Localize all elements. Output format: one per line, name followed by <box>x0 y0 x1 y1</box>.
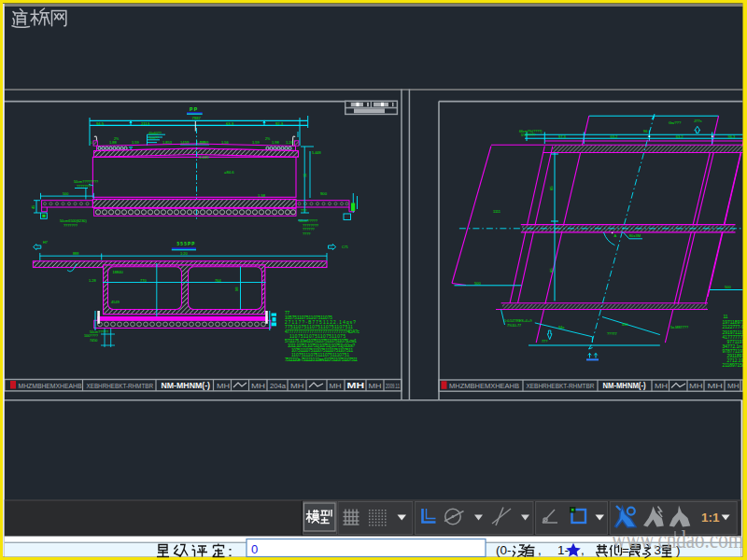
svg-text:MH: MH <box>369 382 382 390</box>
svg-text:A: A <box>614 233 617 238</box>
svg-text:XEBHRHEBKT-RHMTBR: XEBHRHEBKT-RHMTBR <box>87 382 154 390</box>
svg-text:H7: H7 <box>43 241 48 245</box>
svg-text:18840: 18840 <box>113 270 124 274</box>
svg-text:204a: 204a <box>270 382 287 390</box>
svg-text:P P: P P <box>190 106 198 112</box>
svg-text:MH: MH <box>251 382 265 390</box>
svg-text:888: 888 <box>73 252 78 256</box>
svg-text:7987: 7987 <box>192 116 202 120</box>
svg-text:4549: 4549 <box>111 300 120 304</box>
svg-text:94.5: 94.5 <box>96 121 105 126</box>
svg-text:94a: 94a <box>558 326 565 329</box>
svg-text:,: , <box>581 543 585 557</box>
svg-text:1.59: 1.59 <box>252 140 261 145</box>
svg-text:MH: MH <box>655 382 668 390</box>
svg-text:0: 0 <box>251 542 258 556</box>
svg-text:MH: MH <box>347 381 365 390</box>
svg-text:96.3: 96.3 <box>728 134 737 139</box>
svg-text:11: 11 <box>724 315 728 319</box>
svg-text:NM-MHNM(-): NM-MHNM(-) <box>162 381 211 390</box>
svg-text:C71: C71 <box>342 245 348 249</box>
svg-text:5o.M877??: 5o.M877?? <box>670 326 688 329</box>
svg-text:770: 770 <box>140 278 147 283</box>
svg-text:5.448: 5.448 <box>312 151 321 155</box>
svg-text:1-: 1- <box>557 543 569 557</box>
svg-text:????: ???? <box>303 232 310 236</box>
svg-text:www.cndao.com: www.cndao.com <box>612 525 743 553</box>
svg-text:98: 98 <box>234 287 239 291</box>
svg-text:45: 45 <box>32 205 35 209</box>
svg-text:MH: MH <box>689 382 703 390</box>
svg-text:85: 85 <box>549 268 554 273</box>
svg-text:3.439: 3.439 <box>199 155 209 160</box>
svg-text:???????: ??????? <box>63 224 78 228</box>
svg-text:97.3: 97.3 <box>558 134 567 139</box>
svg-text:7511110a-7511110.10aw110751107: 7511110a-7511110.10aw11075110751107511 <box>285 357 358 362</box>
svg-text:900: 900 <box>320 191 328 196</box>
svg-text:2009.11: 2009.11 <box>386 382 400 390</box>
svg-text:500: 500 <box>725 285 731 289</box>
svg-text:15: 15 <box>303 174 307 177</box>
svg-text:96: 96 <box>643 129 648 133</box>
svg-text:???: ??? <box>301 209 306 213</box>
svg-text:,: , <box>538 543 542 557</box>
svg-text:764: 764 <box>215 278 221 283</box>
svg-text:MH: MH <box>330 382 342 390</box>
svg-text:50cm????????: 50cm???????? <box>74 180 98 184</box>
svg-text:7450: 7450 <box>90 339 97 343</box>
svg-text:1.59: 1.59 <box>132 140 140 145</box>
svg-text:MH: MH <box>727 382 740 390</box>
svg-text:MHZMBHEMXHEAHB: MHZMBHEMXHEAHB <box>449 382 519 390</box>
svg-text:7%10-77: 7%10-77 <box>507 324 521 328</box>
svg-text:100????: 100???? <box>84 334 98 338</box>
svg-text:2%: 2% <box>114 137 120 141</box>
svg-text:7cm??: 7cm?? <box>148 136 159 140</box>
svg-text:1:1: 1:1 <box>701 511 720 525</box>
svg-text:80±3M: 80±3M <box>629 233 641 238</box>
svg-text:50cm6500(6230): 50cm6500(6230) <box>60 219 87 223</box>
svg-text:1:20: 1:20 <box>180 251 189 256</box>
svg-text:500: 500 <box>63 192 68 196</box>
svg-text:Gw???: Gw??? <box>669 120 682 125</box>
svg-text:92.3: 92.3 <box>275 121 284 126</box>
svg-text:63.2: 63.2 <box>611 134 619 139</box>
svg-text:2113: 2113 <box>141 121 150 126</box>
svg-text:63.3: 63.3 <box>226 121 234 126</box>
svg-text:40x60??: 40x60?? <box>148 132 162 135</box>
svg-text:500: 500 <box>474 281 481 286</box>
svg-text:63.2: 63.2 <box>676 134 684 139</box>
svg-text:5 5 5 P P: 5 5 5 P P <box>177 242 195 246</box>
svg-text:1.28: 1.28 <box>89 278 97 283</box>
svg-text:1.98: 1.98 <box>272 140 280 145</box>
svg-text:MH: MH <box>217 382 230 390</box>
svg-text:5%7????: 5%7???? <box>521 133 535 137</box>
svg-text:=84.6: =84.6 <box>224 170 234 175</box>
svg-text:1.26: 1.26 <box>286 140 294 145</box>
svg-text:1111: 1111 <box>493 209 501 214</box>
svg-text:???????: ??????? <box>77 185 91 189</box>
svg-text:???77: ???77 <box>607 332 617 336</box>
svg-text:85: 85 <box>549 186 554 190</box>
svg-text:(0-: (0- <box>496 543 512 557</box>
svg-text:1:0.5ZTRES+0+9: 1:0.5ZTRES+0+9 <box>504 319 532 323</box>
svg-text:2%: 2% <box>265 137 271 141</box>
svg-text:450: 450 <box>622 323 627 327</box>
svg-text:NM-MHNM(-): NM-MHNM(-) <box>603 381 646 390</box>
svg-text:50cm?????: 50cm????? <box>90 330 108 334</box>
svg-text:XEBHRHEBKT-RHMTBR: XEBHRHEBKT-RHMTBR <box>527 382 595 390</box>
svg-text:MHZMBHEMXHEAHB: MHZMBHEMXHEAHB <box>19 382 82 390</box>
svg-text:77?: 77? <box>542 340 547 343</box>
svg-text:????????: ???????? <box>303 224 318 228</box>
svg-text:MH: MH <box>708 382 724 390</box>
svg-text:MH: MH <box>290 382 304 390</box>
svg-text:J77s: J77s <box>694 119 701 123</box>
svg-text:1.58: 1.58 <box>258 193 266 198</box>
svg-text:??????: ?????? <box>303 228 315 231</box>
